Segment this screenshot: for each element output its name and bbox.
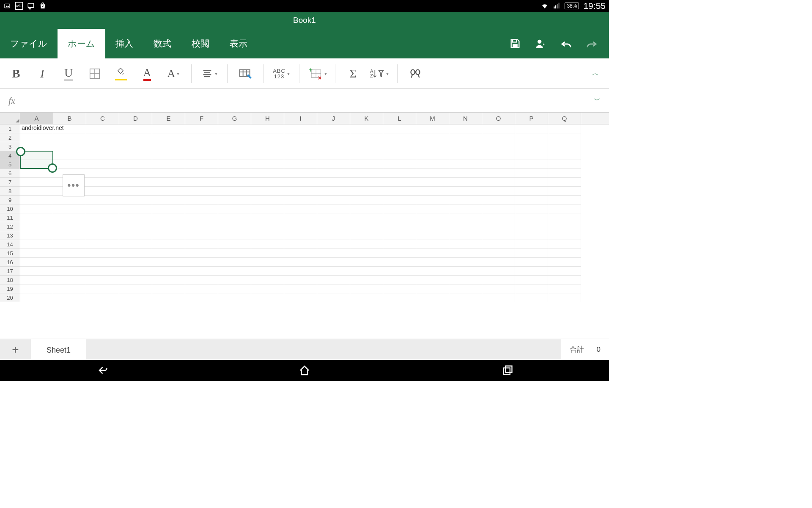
cell-L14[interactable] (383, 240, 416, 249)
cell-C6[interactable] (86, 169, 119, 178)
cell-K7[interactable] (350, 178, 383, 187)
cell-F3[interactable] (185, 142, 218, 151)
cell-L7[interactable] (383, 178, 416, 187)
cell-K15[interactable] (350, 249, 383, 258)
sheet-tab-1[interactable]: Sheet1 (31, 339, 86, 360)
cell-N16[interactable] (449, 258, 482, 267)
cell-E18[interactable] (152, 276, 185, 284)
cell-O13[interactable] (482, 231, 515, 240)
cell-K2[interactable] (350, 133, 383, 142)
cell-Q9[interactable] (548, 196, 581, 204)
cell-O1[interactable] (482, 124, 515, 133)
cells-area[interactable]: ••• androidlover.net (20, 124, 581, 302)
cell-O9[interactable] (482, 196, 515, 204)
cell-Q12[interactable] (548, 222, 581, 231)
tab-formula[interactable]: 数式 (143, 29, 181, 58)
cell-F2[interactable] (185, 133, 218, 142)
col-header-I[interactable]: I (284, 113, 317, 124)
row-header-10[interactable]: 10 (0, 204, 20, 213)
tab-home[interactable]: ホーム (58, 29, 105, 58)
cell-E7[interactable] (152, 178, 185, 187)
cell-P4[interactable] (515, 151, 548, 160)
cell-F9[interactable] (185, 196, 218, 204)
cell-I4[interactable] (284, 151, 317, 160)
col-header-J[interactable]: J (317, 113, 350, 124)
cell-P20[interactable] (515, 293, 548, 302)
cell-L20[interactable] (383, 293, 416, 302)
row-header-4[interactable]: 4 (0, 151, 20, 160)
cell-M3[interactable] (416, 142, 449, 151)
cell-C14[interactable] (86, 240, 119, 249)
row-header-7[interactable]: 7 (0, 178, 20, 187)
cell-J14[interactable] (317, 240, 350, 249)
row-header-1[interactable]: 1 (0, 124, 20, 133)
home-button[interactable] (297, 363, 312, 378)
cell-F17[interactable] (185, 267, 218, 276)
cell-P1[interactable] (515, 124, 548, 133)
cell-K20[interactable] (350, 293, 383, 302)
cell-N15[interactable] (449, 249, 482, 258)
cell-H12[interactable] (251, 222, 284, 231)
select-all-corner[interactable]: ◢ (0, 113, 20, 124)
cell-D4[interactable] (119, 151, 152, 160)
cell-P7[interactable] (515, 178, 548, 187)
cell-L18[interactable] (383, 276, 416, 284)
cell-D17[interactable] (119, 267, 152, 276)
cell-P12[interactable] (515, 222, 548, 231)
cell-Q17[interactable] (548, 267, 581, 276)
cell-J4[interactable] (317, 151, 350, 160)
cell-N14[interactable] (449, 240, 482, 249)
cell-L15[interactable] (383, 249, 416, 258)
cell-K11[interactable] (350, 213, 383, 222)
share-icon[interactable]: + (535, 38, 546, 50)
cell-L11[interactable] (383, 213, 416, 222)
cell-K13[interactable] (350, 231, 383, 240)
cell-P17[interactable] (515, 267, 548, 276)
cell-J15[interactable] (317, 249, 350, 258)
cell-G17[interactable] (218, 267, 251, 276)
cell-C1[interactable] (86, 124, 119, 133)
cell-A19[interactable] (20, 284, 53, 293)
cell-B3[interactable] (53, 142, 86, 151)
cell-Q2[interactable] (548, 133, 581, 142)
cell-B9[interactable] (53, 196, 86, 204)
back-button[interactable] (94, 363, 109, 378)
cell-L5[interactable] (383, 160, 416, 169)
cell-A2[interactable] (20, 133, 53, 142)
cell-Q14[interactable] (548, 240, 581, 249)
cell-J10[interactable] (317, 204, 350, 213)
cell-P16[interactable] (515, 258, 548, 267)
cell-D5[interactable] (119, 160, 152, 169)
cell-O19[interactable] (482, 284, 515, 293)
cell-N11[interactable] (449, 213, 482, 222)
cell-K1[interactable] (350, 124, 383, 133)
tab-file[interactable]: ファイル (0, 29, 58, 58)
cell-E6[interactable] (152, 169, 185, 178)
cell-H20[interactable] (251, 293, 284, 302)
cell-F13[interactable] (185, 231, 218, 240)
cell-L12[interactable] (383, 222, 416, 231)
col-header-N[interactable]: N (449, 113, 482, 124)
expand-formula-button[interactable]: ﹀ (594, 96, 601, 105)
cell-Q7[interactable] (548, 178, 581, 187)
cell-A20[interactable] (20, 293, 53, 302)
cell-P18[interactable] (515, 276, 548, 284)
cell-F5[interactable] (185, 160, 218, 169)
cell-I18[interactable] (284, 276, 317, 284)
cell-G5[interactable] (218, 160, 251, 169)
row-header-6[interactable]: 6 (0, 169, 20, 178)
cell-I7[interactable] (284, 178, 317, 187)
row-header-2[interactable]: 2 (0, 133, 20, 142)
cell-O18[interactable] (482, 276, 515, 284)
cell-F7[interactable] (185, 178, 218, 187)
cell-F4[interactable] (185, 151, 218, 160)
cell-M12[interactable] (416, 222, 449, 231)
add-sheet-button[interactable]: + (0, 339, 31, 360)
sort-filter-button[interactable]: AZ▾ (368, 62, 391, 86)
cell-K9[interactable] (350, 196, 383, 204)
cell-E8[interactable] (152, 187, 185, 196)
cell-G12[interactable] (218, 222, 251, 231)
cell-A16[interactable] (20, 258, 53, 267)
cell-H5[interactable] (251, 160, 284, 169)
cell-I19[interactable] (284, 284, 317, 293)
